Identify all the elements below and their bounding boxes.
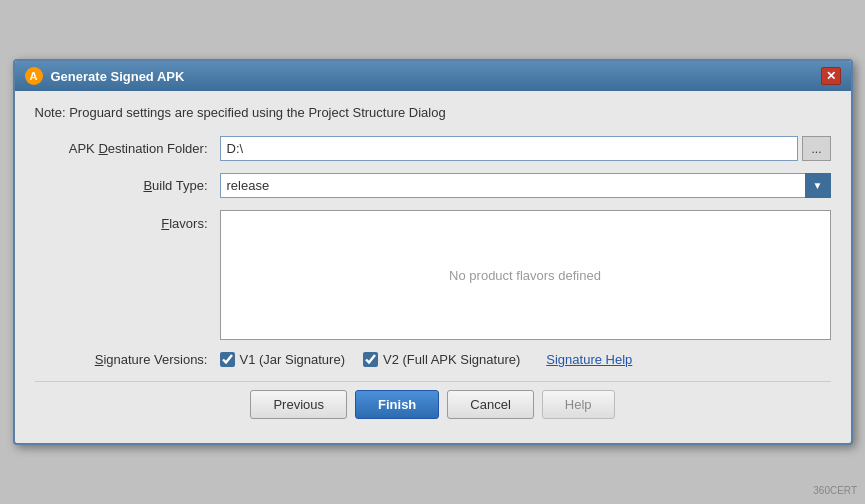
- flavors-row: Flavors: No product flavors defined: [35, 210, 831, 340]
- dialog-title: Generate Signed APK: [51, 69, 185, 84]
- v1-checkbox[interactable]: [220, 352, 235, 367]
- signature-options: V1 (Jar Signature) V2 (Full APK Signatur…: [220, 352, 633, 367]
- build-type-select-wrapper: release debug: [220, 173, 831, 198]
- apk-dest-input[interactable]: [220, 136, 799, 161]
- dialog-icon: A: [25, 67, 43, 85]
- help-button[interactable]: Help: [542, 390, 615, 419]
- watermark: 360CERT: [813, 485, 857, 496]
- cancel-button[interactable]: Cancel: [447, 390, 533, 419]
- button-row: Previous Finish Cancel Help: [35, 381, 831, 429]
- build-type-row: Build Type: release debug: [35, 173, 831, 198]
- apk-dest-input-group: ...: [220, 136, 831, 161]
- v1-checkbox-label[interactable]: V1 (Jar Signature): [220, 352, 346, 367]
- v2-checkbox[interactable]: [363, 352, 378, 367]
- finish-button[interactable]: Finish: [355, 390, 439, 419]
- previous-button[interactable]: Previous: [250, 390, 347, 419]
- generate-signed-apk-dialog: A Generate Signed APK ✕ Note: Proguard s…: [13, 59, 853, 445]
- v1-label: V1 (Jar Signature): [240, 352, 346, 367]
- close-button[interactable]: ✕: [821, 67, 841, 85]
- build-type-select[interactable]: release debug: [220, 173, 831, 198]
- signature-help-link[interactable]: Signature Help: [546, 352, 632, 367]
- flavors-label: Flavors:: [35, 210, 220, 231]
- title-bar: A Generate Signed APK ✕: [15, 61, 851, 91]
- signature-versions-row: Signature Versions: V1 (Jar Signature) V…: [35, 352, 831, 367]
- dialog-body: Note: Proguard settings are specified us…: [15, 91, 851, 443]
- flavors-box: No product flavors defined: [220, 210, 831, 340]
- flavors-empty-text: No product flavors defined: [449, 268, 601, 283]
- note-text: Note: Proguard settings are specified us…: [35, 105, 831, 120]
- apk-dest-label: APK Destination Folder:: [35, 141, 220, 156]
- browse-button[interactable]: ...: [802, 136, 830, 161]
- signature-label: Signature Versions:: [35, 352, 220, 367]
- build-type-label: Build Type:: [35, 178, 220, 193]
- apk-dest-row: APK Destination Folder: ...: [35, 136, 831, 161]
- v2-checkbox-label[interactable]: V2 (Full APK Signature): [363, 352, 520, 367]
- v2-label: V2 (Full APK Signature): [383, 352, 520, 367]
